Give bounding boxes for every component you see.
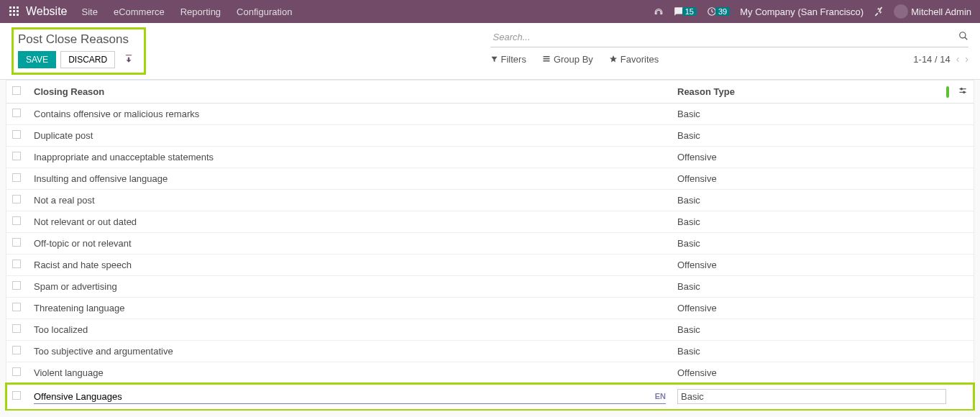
cell-type: Offensive [672, 168, 952, 190]
cell-reason-edit: EN [28, 384, 672, 410]
svg-rect-1 [13, 6, 15, 9]
cell-type: Basic [672, 190, 952, 211]
cell-type: Offensive [672, 298, 952, 319]
svg-rect-13 [543, 58, 549, 60]
svg-rect-2 [17, 6, 19, 9]
discard-button[interactable]: DISCARD [60, 51, 115, 68]
svg-line-11 [965, 37, 968, 40]
page-title: Post Close Reasons [18, 32, 138, 47]
row-checkbox[interactable] [12, 367, 21, 376]
table-row[interactable]: Violent languageOffensive [6, 362, 974, 384]
row-checkbox[interactable] [12, 130, 21, 139]
favorites-button[interactable]: Favorites [609, 54, 659, 65]
lang-tag[interactable]: EN [655, 392, 666, 400]
cell-type: Offensive [672, 147, 952, 168]
avatar [894, 4, 908, 19]
table-row[interactable]: Not relevant or out datedBasic [6, 211, 974, 233]
row-checkbox[interactable] [12, 173, 21, 182]
activities-icon[interactable]: 39 [707, 6, 730, 17]
row-checkbox[interactable] [12, 391, 21, 400]
table-row[interactable]: Off-topic or not relevantBasic [6, 233, 974, 255]
table-row[interactable]: Duplicate postBasic [6, 125, 974, 147]
cell-type: Basic [672, 341, 952, 362]
row-checkbox[interactable] [12, 109, 21, 117]
control-panel: Post Close Reasons SAVE DISCARD Filters [0, 23, 980, 80]
table-row[interactable]: Too localizedBasic [6, 319, 974, 341]
apps-icon[interactable] [9, 6, 20, 17]
pager-text[interactable]: 1-14 / 14 [913, 54, 950, 65]
nav-configuration[interactable]: Configuration [237, 6, 292, 17]
cell-reason: Contains offensive or malicious remarks [28, 104, 672, 125]
table-row[interactable]: Inappropriate and unacceptable statement… [6, 147, 974, 168]
svg-rect-6 [9, 14, 12, 16]
nav-ecommerce[interactable]: eCommerce [114, 6, 165, 17]
pager-next-icon[interactable]: › [965, 53, 968, 65]
save-button[interactable]: SAVE [18, 51, 56, 68]
table-row[interactable]: Contains offensive or malicious remarksB… [6, 104, 974, 125]
row-checkbox[interactable] [12, 195, 21, 203]
table-row[interactable]: Threatening languageOffensive [6, 298, 974, 319]
nav-reporting[interactable]: Reporting [180, 6, 221, 17]
groupby-button[interactable]: Group By [542, 54, 593, 65]
cell-type: Basic [672, 125, 952, 147]
filters-button[interactable]: Filters [490, 54, 526, 65]
row-checkbox[interactable] [12, 238, 21, 247]
row-checkbox[interactable] [12, 346, 21, 354]
svg-rect-8 [17, 14, 19, 16]
col-reason-type[interactable]: Reason Type [672, 81, 952, 104]
table-row[interactable]: Racist and hate speechOffensive [6, 255, 974, 276]
cell-reason: Inappropriate and unacceptable statement… [28, 147, 672, 168]
groupby-label: Group By [554, 54, 593, 65]
cell-type: Basic [672, 233, 952, 255]
list-view: Closing Reason Reason Type Contains offe… [6, 80, 974, 411]
search-icon[interactable] [958, 31, 968, 43]
username: Mitchell Admin [911, 6, 971, 17]
search-input[interactable] [490, 29, 959, 45]
svg-rect-0 [9, 6, 12, 9]
cell-reason: Spam or advertising [28, 276, 672, 298]
cell-reason: Racist and hate speech [28, 255, 672, 276]
svg-point-16 [961, 88, 962, 90]
closing-reason-input[interactable] [34, 390, 651, 403]
table-row-editing[interactable]: ENBasic [6, 384, 974, 410]
svg-rect-14 [543, 60, 549, 62]
svg-rect-5 [17, 10, 19, 12]
row-checkbox[interactable] [12, 324, 21, 333]
messages-badge: 15 [682, 7, 697, 16]
table-row[interactable]: Insulting and offensive languageOffensiv… [6, 168, 974, 190]
row-checkbox[interactable] [12, 152, 21, 160]
select-all-checkbox[interactable] [12, 86, 21, 95]
highlight-tick [946, 86, 949, 98]
table-header-row: Closing Reason Reason Type [6, 81, 974, 104]
row-checkbox[interactable] [12, 303, 21, 311]
cell-type: Basic [672, 319, 952, 341]
row-checkbox[interactable] [12, 281, 21, 290]
table-row[interactable]: Not a real postBasic [6, 190, 974, 211]
cell-reason: Too subjective and argumentative [28, 341, 672, 362]
highlight-box-header: Post Close Reasons SAVE DISCARD [12, 27, 146, 75]
favorites-label: Favorites [620, 54, 659, 65]
company-switcher[interactable]: My Company (San Francisco) [740, 6, 864, 17]
table-row[interactable]: Too subjective and argumentativeBasic [6, 341, 974, 362]
app-brand[interactable]: Website [26, 5, 68, 18]
reason-type-select[interactable]: Basic [677, 389, 946, 404]
cell-reason: Duplicate post [28, 125, 672, 147]
search-bar [490, 27, 969, 47]
svg-rect-12 [543, 56, 549, 58]
svg-rect-7 [13, 14, 15, 16]
cell-reason: Too localized [28, 319, 672, 341]
export-icon[interactable] [119, 54, 138, 66]
support-icon[interactable] [654, 6, 664, 17]
user-menu[interactable]: Mitchell Admin [894, 4, 971, 19]
row-checkbox[interactable] [12, 260, 21, 268]
cell-reason: Threatening language [28, 298, 672, 319]
nav-site[interactable]: Site [82, 6, 98, 17]
optional-columns-icon[interactable] [958, 87, 968, 98]
table-row[interactable]: Spam or advertisingBasic [6, 276, 974, 298]
col-closing-reason[interactable]: Closing Reason [28, 81, 672, 104]
row-checkbox[interactable] [12, 216, 21, 225]
cell-type-edit: Basic [672, 384, 952, 410]
settings-icon[interactable] [874, 6, 884, 17]
pager-prev-icon[interactable]: ‹ [956, 53, 960, 65]
messages-icon[interactable]: 15 [674, 6, 697, 17]
